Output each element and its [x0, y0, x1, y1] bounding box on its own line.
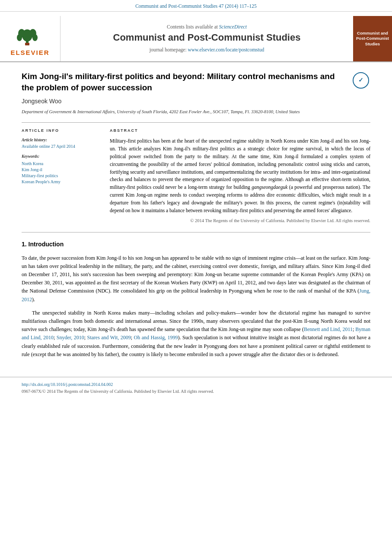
article-body: Kim Jong-il's military-first politics an… — [0, 62, 392, 377]
journal-cover-box: Communist and Post-Communist Studies — [353, 16, 392, 61]
article-history-label: Article history: — [22, 137, 99, 143]
journal-homepage-line: journal homepage: www.elsevier.com/locat… — [150, 46, 265, 53]
contents-available-line: Contents lists available at ScienceDirec… — [167, 23, 247, 30]
citation-text: Communist and Post-Communist Studies 47 … — [135, 3, 257, 9]
article-info-column: ARTICLE INFO Article history: Available … — [22, 128, 99, 224]
journal-header-center: Contents lists available at ScienceDirec… — [61, 16, 353, 61]
elsevier-wordmark: ELSEVIER — [10, 48, 49, 57]
keywords-group: Keywords: North Korea Kim Jong-il Milita… — [22, 154, 99, 185]
journal-homepage-url[interactable]: www.elsevier.com/locate/postcomstud — [188, 47, 264, 52]
article-history-group: Article history: Available online 27 Apr… — [22, 137, 99, 149]
cite-bennett-lind[interactable]: Bennett and Lind, 2011 — [304, 326, 353, 332]
right-box-title: Communist and Post-Communist Studies — [356, 31, 389, 47]
abstract-text: Military-first politics has been at the … — [110, 137, 370, 214]
sciencedirect-link[interactable]: ScienceDirect — [219, 24, 247, 29]
intro-paragraph-2: The unexpected stability in North Korea … — [22, 309, 370, 359]
cite-oh-hassig[interactable]: Oh and Hassig, 1999 — [134, 334, 178, 341]
cite-jung-2012[interactable]: Jung, 2012 — [22, 288, 370, 302]
article-title: Kim Jong-il's military-first politics an… — [22, 71, 344, 93]
article-info-label: ARTICLE INFO — [22, 128, 99, 134]
footer-doi[interactable]: http://dx.doi.org/10.1016/j.postcomstud.… — [22, 382, 370, 388]
elsevier-tree-icon — [13, 20, 48, 46]
abstract-column: ABSTRACT Military-first politics has bee… — [110, 128, 370, 224]
article-available-date: Available online 27 April 2014 — [22, 143, 99, 150]
journal-main-title: Communist and Post-Communist Studies — [113, 32, 301, 43]
author-name: Jongseok Woo — [22, 97, 370, 106]
footer: http://dx.doi.org/10.1016/j.postcomstud.… — [0, 377, 392, 399]
author-affiliation: Department of Government & International… — [22, 108, 370, 115]
introduction-heading: 1. Introduction — [22, 240, 370, 249]
svg-point-5 — [32, 34, 38, 41]
cite-stares-wit[interactable]: Stares and Wit, 2009 — [87, 334, 131, 341]
abstract-label: ABSTRACT — [110, 128, 370, 134]
elsevier-logo-area: ELSEVIER — [0, 16, 61, 61]
journal-citation-bar: Communist and Post-Communist Studies 47 … — [0, 0, 392, 12]
keyword-kpa: Korean People's Army — [22, 179, 99, 185]
article-info-abstract-section: ARTICLE INFO Article history: Available … — [22, 122, 370, 224]
svg-point-4 — [17, 34, 22, 41]
footer-issn: 0967-067X/© 2014 The Regents of the Univ… — [22, 389, 370, 395]
copyright-notice: © 2014 The Regents of the University of … — [110, 218, 370, 224]
keyword-north-korea: North Korea — [22, 161, 99, 167]
journal-header: ELSEVIER Contents lists available at Sci… — [0, 12, 392, 62]
keywords-label: Keywords: — [22, 154, 99, 159]
svg-rect-6 — [25, 43, 29, 45]
section-divider — [22, 232, 370, 232]
crossmark-badge[interactable]: ✓ — [351, 71, 370, 90]
keyword-military-first: Military-first politics — [22, 173, 99, 179]
italic-term: gangseongdaeguk — [252, 185, 287, 190]
cite-snyder[interactable]: Snyder, 2010 — [57, 334, 84, 341]
crossmark-icon: ✓ — [353, 72, 369, 89]
keyword-kim-jong-il: Kim Jong-il — [22, 167, 99, 173]
intro-paragraph-1: To date, the power succession from Kim J… — [22, 254, 370, 304]
article-title-section: Kim Jong-il's military-first politics an… — [22, 71, 370, 93]
